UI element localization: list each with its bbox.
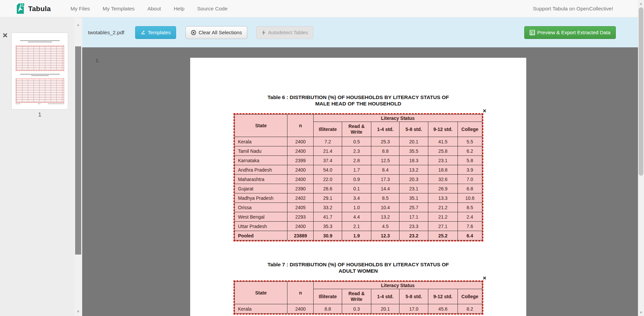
- remove-selection-icon[interactable]: ✕: [483, 108, 487, 113]
- table-cell: 23.3: [399, 222, 428, 231]
- col-header-illiterate: Illiterate: [314, 289, 342, 304]
- table-cell: 21.2: [428, 212, 458, 222]
- table-cell: 17.0: [399, 304, 428, 314]
- table-row: Pooled2388930.91.912.323.225.26.4: [234, 231, 482, 240]
- clear-all-selections-button[interactable]: Clear All Selections: [185, 26, 247, 39]
- autodetect-tables-button[interactable]: Autodetect Tables: [256, 26, 313, 39]
- table-cell: 13.2: [371, 212, 399, 222]
- table-cell: 4.5: [371, 222, 399, 231]
- table-cell: 2293: [287, 212, 314, 222]
- table-cell: 2400: [287, 175, 314, 184]
- templates-button[interactable]: Templates: [135, 26, 176, 39]
- col-header-read-write: Read & Write: [342, 122, 371, 137]
- toolbar: twotables_2.pdf Templates Clear All Sele…: [82, 17, 638, 47]
- templates-button-label: Templates: [148, 30, 171, 35]
- table-cell: 35.1: [399, 193, 428, 203]
- table6: State n Literacy Status Illiterate Read …: [234, 114, 482, 240]
- table-cell: 12.5: [371, 156, 399, 165]
- templates-icon: [141, 30, 146, 35]
- clear-button-label: Clear All Selections: [199, 30, 242, 35]
- table-cell: 21.4: [314, 146, 342, 156]
- table-cell: 2.3: [342, 146, 371, 156]
- table-cell: 41.7: [314, 212, 342, 222]
- table-cell: 1.0: [342, 203, 371, 212]
- col-header-read-write: Read & Write: [342, 289, 371, 304]
- table-cell: 25.2: [428, 231, 458, 240]
- table-cell: 1.9: [342, 231, 371, 240]
- table6-selection[interactable]: State n Literacy Status Illiterate Read …: [234, 114, 482, 240]
- table-cell: 8.8: [371, 146, 399, 156]
- col-header-9-12: 9-12 std.: [428, 289, 458, 304]
- table-cell: Madhya Pradesh: [234, 193, 287, 203]
- table-cell: Maharashtra: [234, 175, 287, 184]
- table-cell: 23889: [287, 231, 314, 240]
- table-cell: 18.3: [399, 156, 428, 165]
- autodetect-button-label: Autodetect Tables: [268, 30, 308, 35]
- table-cell: 33.2: [314, 203, 342, 212]
- window-scrollbar-thumb[interactable]: [639, 7, 643, 176]
- table-cell: 13.2: [399, 165, 428, 175]
- close-document-icon[interactable]: ✕: [2, 32, 8, 39]
- table-cell: 0.1: [342, 184, 371, 193]
- nav-help[interactable]: Help: [167, 6, 191, 12]
- table-row: Maharashtra240022.00.917.320.332.67.0: [234, 175, 482, 184]
- table-cell: 6.4: [458, 231, 482, 240]
- table-cell: 32.6: [428, 175, 458, 184]
- nav-links: My Files My Templates About Help Source …: [64, 6, 234, 12]
- table-cell: 25.7: [399, 203, 428, 212]
- table-cell: 28.6: [314, 184, 342, 193]
- col-header-9-12: 9-12 std.: [428, 122, 458, 137]
- col-header-5-8: 5-8 std.: [399, 122, 428, 137]
- page-thumbnail[interactable]: [12, 33, 68, 109]
- col-header-state: State: [234, 282, 287, 304]
- lightning-bolt-icon: [262, 30, 266, 35]
- top-navbar: Tabula My Files My Templates About Help …: [0, 0, 644, 17]
- col-header-group: Literacy Status: [314, 115, 482, 122]
- table-cell: Karnataka: [234, 156, 287, 165]
- table-cell: 2405: [287, 203, 314, 212]
- sidebar-scroll-down-icon[interactable]: ▼: [74, 310, 82, 313]
- pdf-viewer: 1. Table 6 : DISTRIBUTION (%) OF HOUSEHO…: [82, 47, 638, 316]
- table-cell: Orissa: [234, 203, 287, 212]
- table-cell: West Bengal: [234, 212, 287, 222]
- preview-export-button[interactable]: Preview & Export Extracted Data: [524, 26, 616, 39]
- sidebar-scroll-up-icon[interactable]: ▲: [74, 23, 82, 27]
- window-scroll-down-icon[interactable]: ▼: [638, 311, 644, 314]
- tabula-logo[interactable]: Tabula: [15, 2, 51, 15]
- table-cell: 41.5: [428, 137, 458, 146]
- nav-about[interactable]: About: [141, 6, 167, 12]
- table-cell: Tamil Nadu: [234, 146, 287, 156]
- sidebar-scrollbar[interactable]: ▲ ▼: [74, 17, 82, 316]
- table-cell: 25.3: [371, 137, 399, 146]
- table-cell: 7.2: [314, 137, 342, 146]
- table-cell: Pooled: [234, 231, 287, 240]
- nav-my-templates[interactable]: My Templates: [96, 6, 141, 12]
- table-cell: 10.6: [458, 193, 482, 203]
- pdf-page[interactable]: Table 6 : DISTRIBUTION (%) OF HOUSEHOLDS…: [190, 58, 526, 316]
- pdf-lock-logo-icon: [15, 2, 25, 15]
- window-scroll-up-icon[interactable]: ▲: [638, 2, 644, 5]
- table-cell: 37.4: [314, 156, 342, 165]
- col-header-state: State: [234, 115, 287, 137]
- thumb-title-6: [12, 40, 68, 42]
- col-header-n: n: [287, 115, 314, 137]
- support-link[interactable]: Support Tabula on OpenCollective!: [533, 6, 613, 11]
- nav-my-files[interactable]: My Files: [64, 6, 96, 12]
- table-cell: 0.9: [342, 175, 371, 184]
- table7-selection[interactable]: State n Literacy Status Illiterate Read …: [234, 281, 482, 314]
- table-cell: 2.1: [342, 222, 371, 231]
- table-cell: 2.4: [458, 212, 482, 222]
- table-cell: 2400: [287, 137, 314, 146]
- table-row: Madhya Pradesh240229.13.48.535.113.310.6: [234, 193, 482, 203]
- col-header-1-4: 1-4 std.: [371, 122, 399, 137]
- table-grid-icon: [530, 30, 535, 35]
- table-cell: 2400: [287, 165, 314, 175]
- brand-name: Tabula: [28, 5, 51, 13]
- remove-selection-icon[interactable]: ✕: [483, 276, 487, 280]
- table-cell: 54.0: [314, 165, 342, 175]
- table-cell: 23.1: [399, 184, 428, 193]
- sidebar-scrollbar-thumb[interactable]: [75, 46, 81, 255]
- nav-source-code[interactable]: Source Code: [191, 6, 234, 12]
- window-scrollbar[interactable]: ▲ ▼: [638, 0, 644, 316]
- table-cell: 35.5: [399, 146, 428, 156]
